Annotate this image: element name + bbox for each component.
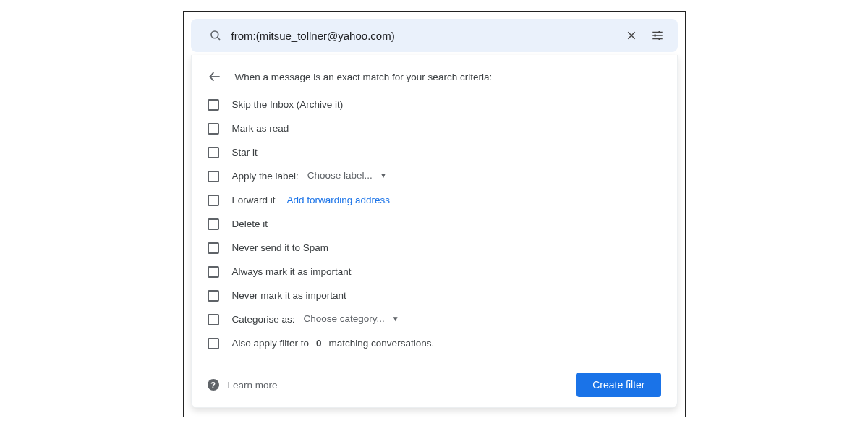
checkbox[interactable] [208,99,219,111]
checkbox[interactable] [208,218,219,230]
matching-count: 0 [316,338,322,349]
label-select-value: Choose label... [307,170,373,181]
tune-icon [651,29,664,42]
close-icon [626,30,637,41]
option-label: Also apply filter to 0 matching conversa… [232,338,435,349]
help-icon: ? [208,379,219,391]
option-label: Forward it Add forwarding address [232,195,391,205]
categorise-prefix: Categorise as: [232,314,295,325]
option-label: Mark as read [232,123,289,134]
panel-footer: ? Learn more Create filter [206,373,663,397]
checkbox[interactable] [208,314,219,326]
forward-it-text: Forward it [232,195,276,205]
option-label: Never send it to Spam [232,242,329,253]
svg-rect-8 [654,35,655,37]
option-never-important[interactable]: Never mark it as important [208,284,663,307]
option-label: Star it [232,147,258,158]
checkbox[interactable] [208,195,219,206]
also-apply-post: matching conversations. [329,338,435,349]
svg-rect-7 [658,31,660,33]
option-forward-it[interactable]: Forward it Add forwarding address [208,188,663,212]
learn-more-text: Learn more [228,380,278,391]
option-label: Apply the label: Choose label... ▼ [232,170,388,182]
option-label: Always mark it as important [232,266,352,277]
option-label: Skip the Inbox (Archive it) [232,99,344,110]
checkbox[interactable] [208,123,219,135]
checkbox[interactable] [208,266,219,278]
category-select-value: Choose category... [304,313,385,324]
also-apply-pre: Also apply filter to [232,338,310,349]
option-never-spam[interactable]: Never send it to Spam [208,236,663,260]
option-apply-label[interactable]: Apply the label: Choose label... ▼ [208,164,663,188]
option-also-apply[interactable]: Also apply filter to 0 matching conversa… [208,331,663,355]
add-forwarding-address-link[interactable]: Add forwarding address [287,195,391,205]
svg-point-0 [211,31,218,38]
search-bar [191,19,678,52]
checkbox[interactable] [208,290,219,302]
chevron-down-icon: ▼ [380,171,387,179]
option-skip-inbox[interactable]: Skip the Inbox (Archive it) [208,93,663,116]
option-categorise[interactable]: Categorise as: Choose category... ▼ [208,307,663,331]
option-label: Categorise as: Choose category... ▼ [232,313,401,326]
chevron-down-icon: ▼ [392,315,399,323]
back-button[interactable] [206,68,224,85]
checkbox[interactable] [208,147,219,158]
search-icon [203,22,229,48]
option-always-important[interactable]: Always mark it as important [208,260,663,284]
arrow-left-icon [208,69,222,84]
checkbox[interactable] [208,171,219,182]
option-label: Never mark it as important [232,290,346,301]
learn-more-link[interactable]: ? Learn more [208,379,278,391]
option-star-it[interactable]: Star it [208,140,663,164]
option-mark-read[interactable]: Mark as read [208,116,663,140]
panel-heading: When a message is an exact match for you… [235,72,493,82]
checkbox[interactable] [208,242,219,254]
clear-search-button[interactable] [618,22,644,48]
search-options-button[interactable] [644,22,671,48]
svg-rect-9 [658,38,660,40]
filter-options-list: Skip the Inbox (Archive it) Mark as read… [206,93,663,355]
option-delete-it[interactable]: Delete it [208,212,663,236]
window-frame: When a message is an exact match for you… [183,11,686,417]
search-input[interactable] [229,30,618,42]
label-select[interactable]: Choose label... ▼ [306,170,388,182]
checkbox[interactable] [208,338,219,349]
svg-line-1 [217,37,220,40]
create-filter-button[interactable]: Create filter [576,373,660,397]
apply-label-prefix: Apply the label: [232,171,299,182]
category-select[interactable]: Choose category... ▼ [302,313,401,326]
option-label: Delete it [232,218,268,229]
panel-header: When a message is an exact match for you… [206,65,663,93]
filter-actions-panel: When a message is an exact match for you… [191,55,678,408]
